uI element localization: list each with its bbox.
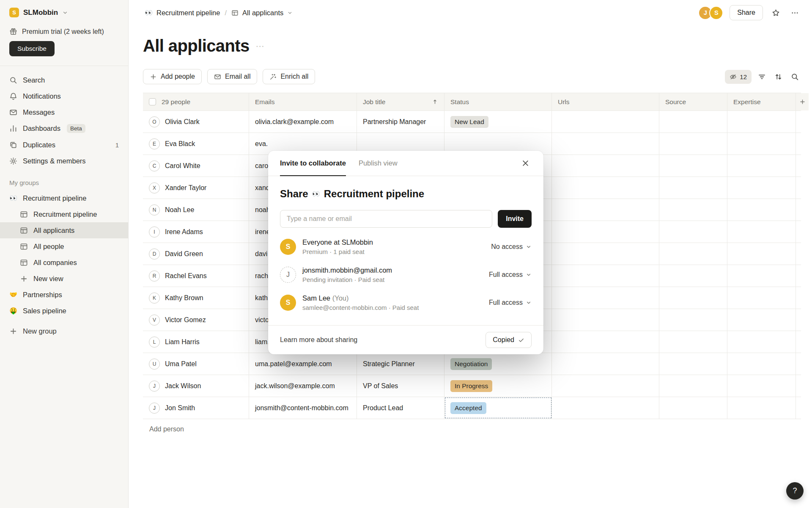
tab-invite-to-collaborate[interactable]: Invite to collaborate bbox=[280, 151, 346, 176]
new-group-button[interactable]: New group bbox=[0, 323, 128, 339]
sidebar-item-messages[interactable]: Messages bbox=[0, 104, 128, 120]
add-person-button[interactable]: Add person bbox=[143, 419, 801, 433]
urls-cell[interactable] bbox=[552, 155, 659, 177]
sidebar-group-recruitment-pipeline[interactable]: 👀Recruitment pipeline bbox=[0, 190, 128, 206]
invite-email-input[interactable] bbox=[280, 210, 492, 228]
name-cell[interactable]: KKathy Brown bbox=[143, 287, 249, 309]
column-header-source[interactable]: Source bbox=[659, 93, 727, 110]
user-avatar[interactable]: S bbox=[709, 6, 723, 20]
urls-cell[interactable] bbox=[552, 375, 659, 397]
name-cell[interactable]: VVictor Gomez bbox=[143, 309, 249, 331]
sidebar-group-recruitment-pipeline[interactable]: Recruitment pipeline bbox=[0, 206, 128, 222]
expertise-cell[interactable] bbox=[727, 199, 796, 221]
breadcrumb-item-recruitment-pipeline[interactable]: 👀Recruitment pipeline bbox=[145, 9, 220, 17]
email-cell[interactable]: jack.wilson@example.com bbox=[249, 375, 357, 397]
status-cell[interactable]: New Lead bbox=[444, 111, 552, 133]
expertise-cell[interactable] bbox=[727, 133, 796, 155]
urls-cell[interactable] bbox=[552, 265, 659, 287]
invite-button[interactable]: Invite bbox=[498, 210, 532, 228]
urls-cell[interactable] bbox=[552, 243, 659, 265]
source-cell[interactable] bbox=[659, 287, 727, 309]
source-cell[interactable] bbox=[659, 265, 727, 287]
name-cell[interactable]: XXander Taylor bbox=[143, 177, 249, 199]
name-cell[interactable]: RRachel Evans bbox=[143, 265, 249, 287]
modal-close-button[interactable] bbox=[519, 157, 532, 170]
sidebar-item-dashboards[interactable]: DashboardsBeta bbox=[0, 120, 128, 137]
urls-cell[interactable] bbox=[552, 133, 659, 155]
name-cell[interactable]: EEva Black bbox=[143, 133, 249, 155]
favorite-button[interactable] bbox=[769, 6, 782, 19]
copy-link-button[interactable]: Copied bbox=[486, 332, 532, 348]
sidebar-item-search[interactable]: Search bbox=[0, 72, 128, 88]
name-cell[interactable]: OOlivia Clark bbox=[143, 111, 249, 133]
urls-cell[interactable] bbox=[552, 177, 659, 199]
source-cell[interactable] bbox=[659, 177, 727, 199]
sidebar-item-notifications[interactable]: Notifications bbox=[0, 88, 128, 104]
sidebar-group-all-people[interactable]: All people bbox=[0, 238, 128, 254]
help-button[interactable]: ? bbox=[786, 482, 804, 500]
urls-cell[interactable] bbox=[552, 111, 659, 133]
expertise-cell[interactable] bbox=[727, 111, 796, 133]
tab-publish-view[interactable]: Publish view bbox=[359, 151, 398, 176]
name-cell[interactable]: JJon Smith bbox=[143, 397, 249, 419]
status-cell[interactable]: In Progress bbox=[444, 375, 552, 397]
name-cell[interactable]: UUma Patel bbox=[143, 353, 249, 375]
add-people-button[interactable]: Add people bbox=[143, 69, 202, 84]
source-cell[interactable] bbox=[659, 375, 727, 397]
status-cell[interactable]: Accepted bbox=[444, 397, 552, 419]
email-cell[interactable]: jonsmith@content-mobbin.com bbox=[249, 397, 357, 419]
job-title-cell[interactable]: Strategic Planner bbox=[357, 353, 444, 375]
expertise-cell[interactable] bbox=[727, 331, 796, 353]
breadcrumb-item-all-applicants[interactable]: All applicants bbox=[231, 9, 293, 17]
expertise-cell[interactable] bbox=[727, 375, 796, 397]
subscribe-button[interactable]: Subscribe bbox=[9, 41, 55, 56]
urls-cell[interactable] bbox=[552, 287, 659, 309]
job-title-cell[interactable]: Partnership Manager bbox=[357, 111, 444, 133]
status-cell[interactable]: Negotiation bbox=[444, 353, 552, 375]
source-cell[interactable] bbox=[659, 221, 727, 243]
email-cell[interactable]: olivia.clark@example.com bbox=[249, 111, 357, 133]
name-cell[interactable]: NNoah Lee bbox=[143, 199, 249, 221]
urls-cell[interactable] bbox=[552, 331, 659, 353]
column-header-people[interactable]: 29 people bbox=[143, 93, 249, 110]
table-row[interactable]: UUma Pateluma.patel@example.comStrategic… bbox=[143, 353, 801, 375]
workspace-switcher[interactable]: S SLMobbin bbox=[0, 0, 128, 23]
member-access-dropdown[interactable]: Full access bbox=[489, 271, 532, 279]
column-header-expertise[interactable]: Expertise bbox=[727, 93, 796, 110]
expertise-cell[interactable] bbox=[727, 265, 796, 287]
sidebar-group-partnerships[interactable]: 🤝Partnerships bbox=[0, 287, 128, 303]
member-access-dropdown[interactable]: Full access bbox=[489, 299, 532, 306]
member-access-dropdown[interactable]: No access bbox=[491, 243, 532, 251]
column-header-status[interactable]: Status bbox=[444, 93, 552, 110]
sidebar-item-settings-members[interactable]: Settings & members bbox=[0, 153, 128, 169]
sort-button[interactable] bbox=[772, 70, 785, 83]
select-all-checkbox[interactable] bbox=[149, 98, 156, 105]
table-row[interactable]: OOlivia Clarkolivia.clark@example.comPar… bbox=[143, 111, 801, 133]
source-cell[interactable] bbox=[659, 199, 727, 221]
name-cell[interactable]: DDavid Green bbox=[143, 243, 249, 265]
more-options-button[interactable] bbox=[788, 6, 801, 19]
share-button[interactable]: Share bbox=[730, 5, 763, 20]
urls-cell[interactable] bbox=[552, 309, 659, 331]
column-header-emails[interactable]: Emails bbox=[249, 93, 357, 110]
source-cell[interactable] bbox=[659, 397, 727, 419]
learn-more-link[interactable]: Learn more about sharing bbox=[280, 336, 357, 344]
source-cell[interactable] bbox=[659, 353, 727, 375]
enrich-all-button[interactable]: Enrich all bbox=[263, 69, 315, 84]
email-cell[interactable]: uma.patel@example.com bbox=[249, 353, 357, 375]
name-cell[interactable]: JJack Wilson bbox=[143, 375, 249, 397]
expertise-cell[interactable] bbox=[727, 243, 796, 265]
table-row[interactable]: JJack Wilsonjack.wilson@example.comVP of… bbox=[143, 375, 801, 397]
source-cell[interactable] bbox=[659, 155, 727, 177]
table-row[interactable]: JJon Smithjonsmith@content-mobbin.comPro… bbox=[143, 397, 801, 419]
sidebar-group-all-applicants[interactable]: All applicants bbox=[0, 222, 128, 238]
urls-cell[interactable] bbox=[552, 221, 659, 243]
expertise-cell[interactable] bbox=[727, 397, 796, 419]
source-cell[interactable] bbox=[659, 111, 727, 133]
source-cell[interactable] bbox=[659, 331, 727, 353]
expertise-cell[interactable] bbox=[727, 287, 796, 309]
name-cell[interactable]: CCarol White bbox=[143, 155, 249, 177]
title-menu-dots[interactable]: ⋯ bbox=[256, 41, 265, 51]
name-cell[interactable]: IIrene Adams bbox=[143, 221, 249, 243]
expertise-cell[interactable] bbox=[727, 155, 796, 177]
